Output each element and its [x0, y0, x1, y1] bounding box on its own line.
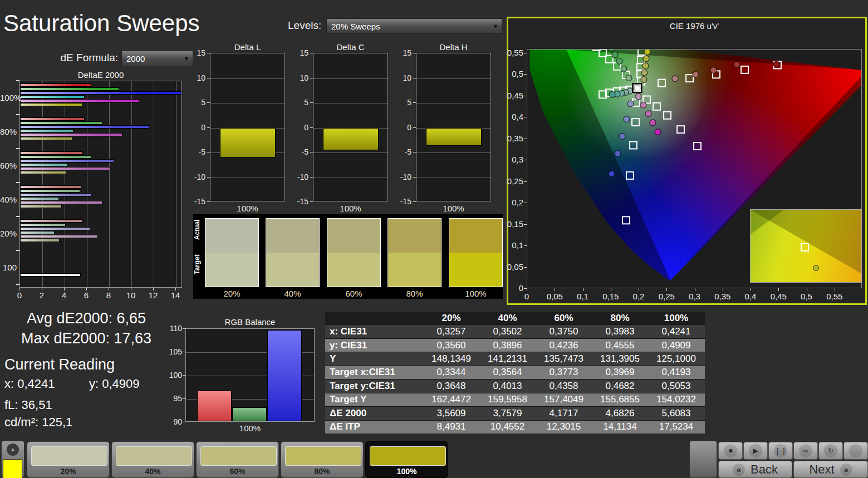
cie-measured-magenta	[650, 120, 656, 126]
cie-x-label: 0,2	[627, 292, 650, 301]
de-bar-white-100	[20, 273, 81, 277]
axis-tick	[413, 102, 416, 103]
page-title: Saturation Sweeps	[3, 10, 200, 37]
cie-y-label: 0,35	[502, 134, 523, 143]
de-bar-yellow-20%	[20, 239, 60, 242]
cie-measured-blue	[615, 151, 621, 157]
axis-tick	[524, 288, 527, 289]
cie-measured-magenta	[645, 111, 651, 117]
de-bar-yellow-80%	[20, 137, 72, 140]
de-bar-magenta-60%	[20, 167, 110, 170]
level-button-100%[interactable]: 100%	[365, 441, 448, 478]
reading-x: x: 0,4241	[4, 377, 55, 391]
delta-y-label: 0	[393, 123, 411, 132]
delta-y-label: 0	[187, 123, 205, 132]
table-cell: 0,3750	[536, 326, 592, 337]
table-row: y: CIE310,35600,38960,42360,45550,4909	[325, 338, 705, 352]
next-button-label: Next	[809, 462, 834, 477]
level-button-80%[interactable]: 80%	[281, 441, 364, 478]
transport-play-button[interactable]: ▶	[743, 442, 768, 460]
rgb-y-label: 110	[164, 324, 182, 333]
grid-line	[416, 178, 491, 178]
rgb-bar-red	[197, 391, 232, 421]
transport-stop-button[interactable]: ■	[718, 442, 743, 460]
cie-x-label: 0,55	[823, 292, 846, 301]
rgb-x-label: 100%	[185, 423, 315, 433]
cie-y-label: 0,2	[502, 198, 523, 207]
deltae-chart-plot[interactable]	[19, 81, 182, 288]
table-header-cell: 100%	[648, 313, 704, 324]
axis-tick	[16, 148, 19, 149]
target-swatch	[266, 253, 319, 287]
table-cell: 162,4472	[423, 394, 479, 405]
table-cell: 0,4013	[479, 381, 536, 392]
cie-measured-blue	[627, 101, 634, 107]
reading-cdm2: cd/m²: 125,1	[4, 415, 72, 430]
grid-line	[416, 78, 491, 79]
cie-measured-magenta	[640, 102, 646, 108]
level-button-40%[interactable]: 40%	[111, 441, 194, 478]
target-swatch	[449, 253, 502, 287]
cie-measured-green	[616, 58, 622, 65]
de-formula-dropdown[interactable]: 2000 ▼	[121, 51, 193, 66]
patch-swatch-100%	[449, 218, 503, 287]
axis-tick	[778, 288, 779, 291]
table-cell: 0,3564	[479, 367, 536, 378]
de-group-label: 100	[0, 263, 17, 272]
transport-refresh-button[interactable]: ↻	[818, 442, 843, 460]
back-button[interactable]: « Back	[718, 461, 792, 478]
levels-dropdown[interactable]: 20% Sweeps ▼	[326, 18, 502, 34]
de-formula-value: 2000	[122, 54, 180, 63]
de-x-label: 10	[124, 290, 138, 300]
cie-measured-green	[621, 66, 627, 72]
transport-indicator-button[interactable]	[844, 442, 868, 460]
axis-tick	[527, 288, 527, 291]
swatch-label: 100%	[449, 289, 503, 298]
delta-bar	[426, 128, 482, 146]
axis-tick	[310, 78, 313, 78]
table-header-cell: 40%	[479, 313, 536, 324]
axis-tick	[310, 102, 313, 103]
delta-chart-plot-l[interactable]	[210, 53, 285, 201]
delta-chart-plot-c[interactable]	[313, 53, 388, 201]
delta-y-label: -5	[393, 147, 411, 156]
next-button[interactable]: Next »	[793, 461, 868, 478]
axis-tick	[524, 53, 527, 53]
actual-swatch	[205, 219, 258, 253]
axis-tick	[16, 250, 19, 251]
transport-loop-button[interactable]: ∞	[793, 442, 818, 460]
cie-zoom-inset	[750, 209, 862, 283]
rgb-y-label: 95	[164, 394, 182, 403]
swatch-label: 20%	[205, 289, 259, 298]
axis-tick	[310, 152, 313, 152]
rgb-y-label: 105	[164, 347, 182, 356]
levels-value: 20% Sweeps	[327, 22, 489, 31]
collapse-up-button[interactable]: ▲	[7, 443, 19, 456]
table-header-cell: 60%	[536, 313, 592, 324]
level-button-20%[interactable]: 20%	[27, 441, 110, 478]
table-cell: 155,6855	[592, 394, 648, 405]
grid-line	[416, 103, 491, 104]
table-row-label: Target y:CIE31	[325, 381, 423, 392]
cie-measured-red	[773, 61, 779, 67]
axis-tick	[524, 96, 527, 96]
delta-chart-plot-h[interactable]	[416, 53, 491, 201]
de-bar-green-20%	[20, 223, 66, 226]
transport-play-icon: ▶	[749, 444, 762, 457]
table-cell: 3,5609	[423, 408, 479, 419]
delta-x-label: 100%	[313, 204, 388, 213]
target-swatch	[388, 253, 441, 287]
rgb-balance-plot[interactable]	[185, 328, 315, 422]
rgb-bar-blue	[267, 330, 302, 421]
table-cell: 0,3344	[423, 367, 479, 378]
level-button-swatch	[370, 446, 446, 466]
de-group-label: 40%	[0, 195, 17, 204]
axis-tick	[413, 152, 416, 152]
axis-tick	[413, 201, 416, 202]
table-row-label: ΔE 2000	[325, 408, 423, 419]
axis-tick	[310, 177, 313, 178]
delta-y-label: 15	[187, 48, 205, 57]
transport-marker-button[interactable]: [··]	[768, 442, 793, 460]
level-button-60%[interactable]: 60%	[196, 441, 279, 478]
grid-line	[416, 152, 491, 153]
